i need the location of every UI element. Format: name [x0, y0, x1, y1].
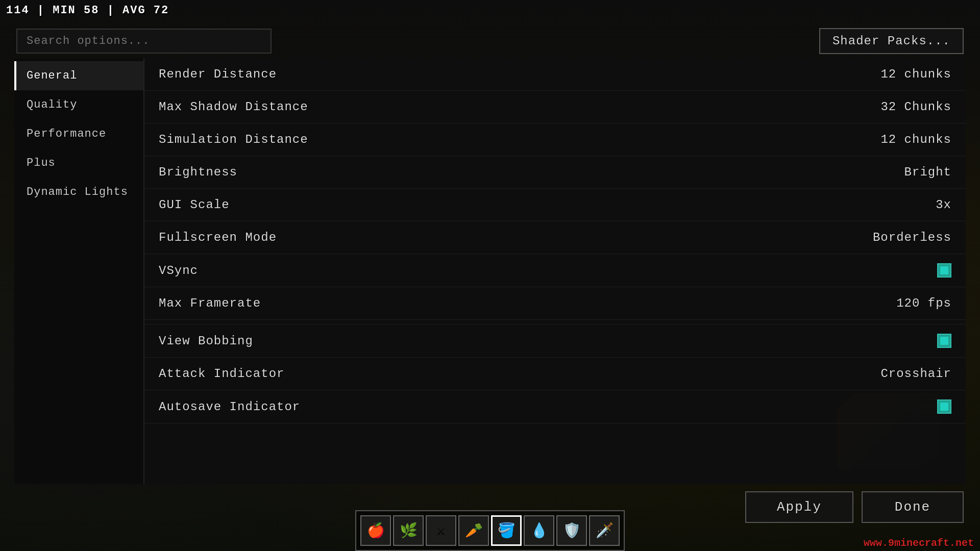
- setting-value-max-framerate: 120 fps: [896, 296, 951, 310]
- setting-name-brightness: Brightness: [159, 165, 237, 179]
- setting-max-shadow-distance[interactable]: Max Shadow Distance 32 Chunks: [144, 91, 966, 123]
- setting-fullscreen-mode[interactable]: Fullscreen Mode Borderless: [144, 221, 966, 254]
- setting-value-fullscreen-mode: Borderless: [873, 231, 951, 244]
- vsync-toggle[interactable]: [937, 263, 951, 278]
- hotbar-slot-8[interactable]: 🗡️: [589, 515, 620, 546]
- shader-packs-button[interactable]: Shader Packs...: [819, 28, 964, 54]
- setting-value-gui-scale: 3x: [936, 198, 951, 212]
- hotbar-slot-2[interactable]: 🌿: [393, 515, 424, 546]
- settings-content: Render Distance 12 chunks Max Shadow Dis…: [144, 58, 966, 484]
- setting-name-fullscreen-mode: Fullscreen Mode: [159, 231, 277, 244]
- setting-name-attack-indicator: Attack Indicator: [159, 367, 284, 381]
- autosave-indicator-toggle[interactable]: [937, 399, 951, 414]
- hotbar-slot-4[interactable]: 🥕: [458, 515, 489, 546]
- sidebar-item-quality[interactable]: Quality: [14, 90, 143, 119]
- top-bar: Shader Packs...: [14, 28, 966, 54]
- done-button[interactable]: Done: [862, 491, 964, 523]
- hotbar-slot-1[interactable]: 🍎: [360, 515, 391, 546]
- hotbar-slot-3[interactable]: ⚔️: [426, 515, 456, 546]
- setting-value-brightness: Bright: [904, 165, 951, 179]
- view-bobbing-toggle[interactable]: [937, 334, 951, 348]
- hotbar-slot-7[interactable]: 🛡️: [556, 515, 587, 546]
- setting-name-max-shadow-distance: Max Shadow Distance: [159, 100, 308, 114]
- sidebar-item-plus[interactable]: Plus: [14, 148, 143, 178]
- sidebar: General Quality Performance Plus Dynamic…: [14, 58, 144, 484]
- setting-view-bobbing[interactable]: View Bobbing: [144, 324, 966, 358]
- setting-attack-indicator[interactable]: Attack Indicator Crosshair: [144, 358, 966, 390]
- watermark: www.9minecraft.net: [864, 537, 974, 549]
- setting-value-max-shadow-distance: 32 Chunks: [880, 100, 951, 114]
- hotbar-slot-6[interactable]: 💧: [524, 515, 554, 546]
- search-input[interactable]: [16, 29, 272, 54]
- setting-name-autosave-indicator: Autosave Indicator: [159, 400, 300, 414]
- sidebar-item-dynamic-lights[interactable]: Dynamic Lights: [14, 178, 143, 207]
- settings-panel: Shader Packs... General Quality Performa…: [14, 28, 966, 523]
- setting-vsync[interactable]: VSync: [144, 254, 966, 287]
- fps-counter: 114 | MIN 58 | AVG 72: [6, 4, 169, 17]
- setting-name-max-framerate: Max Framerate: [159, 296, 261, 310]
- setting-render-distance[interactable]: Render Distance 12 chunks: [144, 58, 966, 91]
- sidebar-item-general[interactable]: General: [14, 61, 143, 90]
- setting-value-attack-indicator: Crosshair: [880, 367, 951, 381]
- setting-value-simulation-distance: 12 chunks: [880, 133, 951, 146]
- setting-name-vsync: VSync: [159, 264, 198, 278]
- apply-button[interactable]: Apply: [745, 491, 853, 523]
- content-area: General Quality Performance Plus Dynamic…: [14, 58, 966, 484]
- setting-max-framerate[interactable]: Max Framerate 120 fps: [144, 287, 966, 320]
- setting-brightness[interactable]: Brightness Bright: [144, 156, 966, 189]
- setting-value-render-distance: 12 chunks: [880, 67, 951, 81]
- setting-simulation-distance[interactable]: Simulation Distance 12 chunks: [144, 123, 966, 156]
- setting-name-view-bobbing: View Bobbing: [159, 334, 253, 348]
- sidebar-item-performance[interactable]: Performance: [14, 119, 143, 148]
- setting-name-render-distance: Render Distance: [159, 67, 277, 81]
- hotbar-slot-5[interactable]: 🪣: [491, 515, 522, 546]
- hotbar: 🍎 🌿 ⚔️ 🥕 🪣 💧 🛡️ 🗡️: [355, 510, 625, 551]
- setting-gui-scale[interactable]: GUI Scale 3x: [144, 189, 966, 221]
- setting-name-simulation-distance: Simulation Distance: [159, 133, 308, 146]
- setting-name-gui-scale: GUI Scale: [159, 198, 230, 212]
- setting-autosave-indicator[interactable]: Autosave Indicator: [144, 390, 966, 423]
